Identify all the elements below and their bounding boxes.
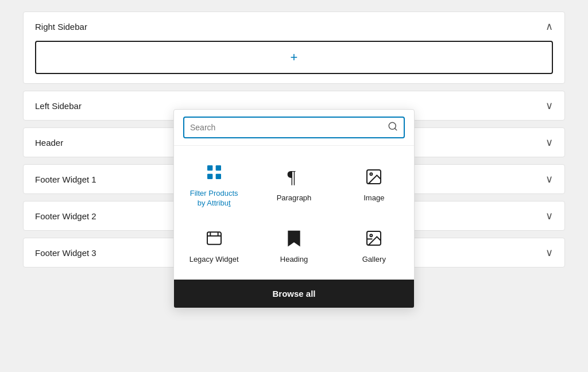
page-wrapper: Right Sidebar ∧ + Left Sidebar ∨ Header … [23, 11, 565, 268]
header-title: Header [35, 138, 63, 148]
svg-rect-5 [215, 165, 220, 170]
footer-widget-3-chevron: ∨ [546, 247, 553, 258]
sections-wrapper: Right Sidebar ∧ + Left Sidebar ∨ Header … [23, 11, 565, 268]
svg-text:¶: ¶ [288, 168, 296, 186]
gallery-icon [365, 229, 383, 250]
svg-rect-11 [207, 232, 221, 244]
svg-marker-15 [289, 231, 300, 245]
search-input[interactable] [190, 123, 388, 132]
footer-widget-1-title: Footer Widget 1 [35, 175, 96, 184]
image-icon [365, 168, 383, 189]
widget-item-gallery[interactable]: Gallery [334, 218, 414, 274]
heading-icon [285, 229, 303, 250]
svg-point-10 [370, 173, 373, 176]
right-sidebar-section: Right Sidebar ∧ + [23, 11, 565, 84]
widget-grid: Filter Productsby Attribut ¶ Paragraph [174, 146, 414, 280]
filter-products-label: Filter Productsby Attribut [190, 189, 238, 208]
footer-widget-1-chevron: ∨ [546, 174, 553, 184]
search-icon [388, 121, 398, 134]
right-sidebar-title: Right Sidebar [35, 22, 87, 32]
header-chevron: ∨ [546, 137, 553, 148]
paragraph-icon: ¶ [286, 168, 302, 189]
svg-rect-6 [207, 174, 212, 179]
paragraph-label: Paragraph [277, 193, 312, 203]
image-label: Image [363, 193, 384, 203]
footer-widget-3-title: Footer Widget 3 [35, 248, 96, 258]
widget-item-legacy-widget[interactable]: Legacy Widget [174, 218, 254, 274]
legacy-widget-label: Legacy Widget [189, 255, 239, 265]
search-row [174, 110, 414, 146]
heading-label: Heading [280, 255, 308, 265]
footer-widget-2-chevron: ∨ [546, 211, 553, 221]
search-input-wrapper [183, 117, 405, 138]
widget-item-paragraph[interactable]: ¶ Paragraph [254, 152, 334, 218]
plus-icon: + [291, 50, 298, 65]
widget-popup: Filter Productsby Attribut ¶ Paragraph [173, 109, 415, 308]
legacy-widget-icon [205, 229, 223, 250]
left-sidebar-title: Left Sidebar [35, 101, 82, 111]
svg-line-1 [394, 128, 396, 130]
browse-all-button[interactable]: Browse all [174, 280, 414, 308]
filter-products-icon [205, 163, 223, 184]
svg-rect-7 [215, 174, 220, 179]
gallery-label: Gallery [362, 255, 386, 265]
widget-item-filter-products[interactable]: Filter Productsby Attribut [174, 152, 254, 218]
left-sidebar-chevron: ∨ [546, 100, 553, 111]
svg-rect-4 [207, 165, 212, 170]
add-block-button[interactable]: + [35, 41, 553, 74]
footer-widget-2-title: Footer Widget 2 [35, 211, 96, 221]
widget-item-image[interactable]: Image [334, 152, 414, 218]
svg-point-17 [370, 234, 373, 237]
widget-item-heading[interactable]: Heading [254, 218, 334, 274]
right-sidebar-chevron[interactable]: ∧ [546, 21, 553, 32]
right-sidebar-header: Right Sidebar ∧ [35, 21, 553, 32]
